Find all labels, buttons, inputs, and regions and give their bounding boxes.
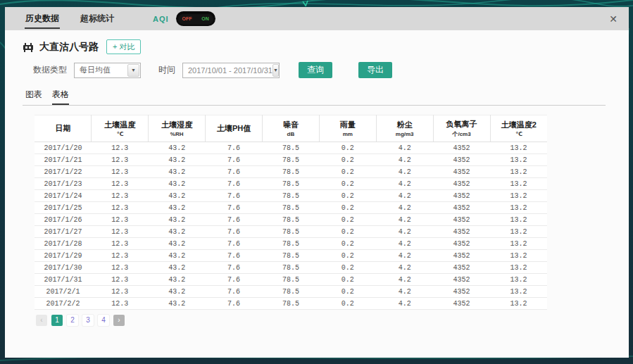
export-button[interactable]: 导出	[358, 62, 392, 78]
table-cell: 4.2	[376, 214, 433, 226]
table-cell: 0.2	[319, 202, 376, 214]
table-cell: 78.5	[263, 154, 320, 166]
table-cell: 4.2	[376, 178, 433, 190]
table-cell: 2017/1/25	[35, 202, 92, 214]
pagination-next-icon[interactable]: ›	[113, 315, 125, 326]
query-button[interactable]: 查询	[299, 62, 332, 78]
pagination-prev-icon[interactable]: ‹	[36, 315, 47, 326]
table-cell: 12.3	[92, 226, 149, 238]
table-cell: 43.2	[149, 166, 206, 178]
table-cell: 2017/1/27	[35, 226, 92, 238]
table-cell: 7.6	[206, 190, 263, 202]
table-cell: 0.2	[319, 262, 376, 274]
table-cell: 78.5	[263, 238, 320, 250]
table-cell: 0.2	[319, 286, 376, 298]
table-cell: 12.3	[92, 274, 149, 286]
table-cell: 4352	[433, 154, 490, 166]
table-cell: 7.6	[206, 298, 263, 310]
table-cell: 2017/1/23	[35, 178, 92, 190]
table-cell: 13.2	[490, 274, 547, 286]
station-title-row: 大直沽八号路 + 对比	[23, 39, 629, 54]
time-range-select[interactable]: 2017/10/01 - 2017/10/31 ▼	[182, 63, 280, 78]
table-row: 2017/2/112.343.27.678.50.24.2435213.2	[35, 286, 547, 298]
data-type-select[interactable]: 每日均值 ▼	[74, 63, 141, 78]
table-cell: 2017/1/28	[35, 238, 92, 250]
map-background: 历史数据 超标统计 AQI OFF ON ✕	[0, 0, 633, 364]
top-bar: 历史数据 超标统计 AQI OFF ON ✕	[5, 7, 629, 30]
table-cell: 13.2	[490, 250, 547, 262]
table-cell: 12.3	[92, 262, 149, 274]
table-cell: 43.2	[149, 250, 206, 262]
compare-button[interactable]: + 对比	[106, 39, 141, 54]
table-cell: 4352	[433, 142, 490, 154]
table-row: 2017/1/2412.343.27.678.50.24.2435213.2	[35, 190, 547, 202]
panel-content: 大直沽八号路 + 对比 数据类型 每日均值 ▼ 时间 2017/10/01 - …	[5, 30, 629, 358]
table-cell: 4352	[433, 238, 490, 250]
table-cell: 2017/1/29	[35, 250, 92, 262]
table-cell: 0.2	[319, 190, 376, 202]
table-cell: 2017/1/20	[35, 142, 92, 154]
pagination-page-3[interactable]: 3	[82, 315, 94, 326]
col-soil-humidity: 土壤湿度%RH	[149, 115, 206, 142]
table-cell: 0.2	[319, 178, 376, 190]
aqi-label: AQI	[153, 15, 169, 23]
table-cell: 0.2	[319, 214, 376, 226]
table-cell: 43.2	[149, 202, 206, 214]
tab-history-data[interactable]: 历史数据	[25, 8, 60, 29]
table-cell: 13.2	[490, 238, 547, 250]
chevron-down-icon[interactable]: ▼	[272, 64, 279, 77]
table-cell: 0.2	[319, 274, 376, 286]
table-cell: 13.2	[490, 154, 547, 166]
table-cell: 78.5	[263, 298, 320, 310]
table-cell: 4.2	[376, 202, 433, 214]
tab-table[interactable]: 表格	[52, 89, 69, 105]
table-cell: 7.6	[206, 274, 263, 286]
pagination-page-4[interactable]: 4	[98, 315, 109, 326]
table-row: 2017/1/2012.343.27.678.50.24.2435213.2	[35, 142, 547, 154]
table-cell: 78.5	[263, 178, 320, 190]
table-cell: 7.6	[206, 262, 263, 274]
station-icon	[23, 42, 34, 52]
table-cell: 0.2	[319, 298, 376, 310]
table-cell: 4352	[433, 286, 490, 298]
table-cell: 12.3	[92, 202, 149, 214]
pagination-page-2[interactable]: 2	[67, 315, 78, 326]
table-cell: 43.2	[149, 286, 206, 298]
col-dust: 粉尘mg/m3	[376, 115, 433, 142]
history-data-panel: 历史数据 超标统计 AQI OFF ON ✕	[5, 7, 629, 358]
close-icon[interactable]: ✕	[609, 14, 618, 24]
table-cell: 7.6	[206, 142, 263, 154]
table-cell: 13.2	[490, 298, 547, 310]
table-cell: 13.2	[490, 190, 547, 202]
table-cell: 43.2	[149, 274, 206, 286]
tab-chart[interactable]: 图表	[25, 89, 42, 105]
col-rainfall: 雨量mm	[319, 115, 376, 142]
table-cell: 7.6	[206, 250, 263, 262]
table-cell: 2017/1/31	[35, 274, 92, 286]
table-row: 2017/1/2712.343.27.678.50.24.2435213.2	[35, 226, 547, 238]
table-cell: 4.2	[376, 166, 433, 178]
tab-exceedance-stats[interactable]: 超标统计	[80, 8, 115, 29]
pagination: ‹ 1 2 3 4 ›	[36, 315, 629, 326]
time-range-value: 2017/10/01 - 2017/10/31	[183, 66, 272, 75]
aqi-off-on-toggle[interactable]: OFF ON	[177, 13, 214, 25]
station-name: 大直沽八号路	[39, 41, 99, 54]
table-row: 2017/1/2312.343.27.678.50.24.2435213.2	[35, 178, 547, 190]
pagination-page-1[interactable]: 1	[51, 315, 63, 326]
toggle-on-label[interactable]: ON	[201, 16, 209, 21]
table-cell: 13.2	[490, 214, 547, 226]
table-cell: 12.3	[92, 286, 149, 298]
table-cell: 4352	[433, 202, 490, 214]
table-cell: 12.3	[92, 190, 149, 202]
table-cell: 12.3	[92, 178, 149, 190]
table-cell: 78.5	[263, 214, 320, 226]
table-cell: 43.2	[149, 142, 206, 154]
chevron-down-icon[interactable]: ▼	[127, 64, 139, 77]
table-cell: 4352	[433, 250, 490, 262]
table-cell: 78.5	[263, 226, 320, 238]
table-cell: 78.5	[263, 250, 320, 262]
col-noise: 噪音dB	[263, 115, 320, 142]
toggle-off-label[interactable]: OFF	[182, 16, 192, 21]
table-cell: 7.6	[206, 226, 263, 238]
table-cell: 43.2	[149, 238, 206, 250]
